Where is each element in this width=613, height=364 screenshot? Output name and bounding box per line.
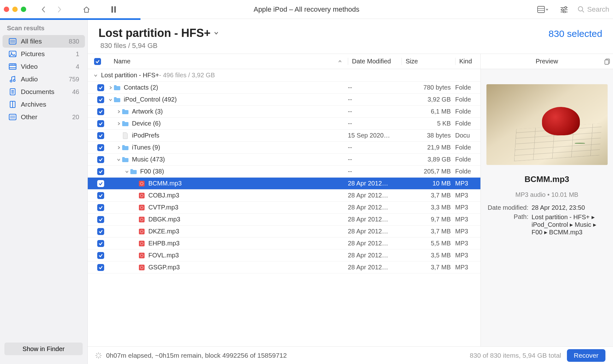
sidebar-item-audio[interactable]: Audio759 [3,73,85,85]
sidebar-item-all-files[interactable]: All files830 [3,35,85,48]
zoom-window-button[interactable] [21,7,26,12]
file-row[interactable]: Device (6)--5 KBFolde [88,118,480,130]
chevron-down-icon [93,73,98,78]
chevron-right-icon[interactable] [116,146,122,150]
file-icon [122,132,129,139]
window-controls [4,7,26,12]
file-row[interactable]: DBGK.mp328 Apr 2012…9,7 MBMP3 [88,214,480,226]
pictures-icon [8,50,17,57]
file-table: Name Date Modified Size Kind [88,54,480,346]
file-name: EHPB.mp3 [148,240,180,247]
copy-icon[interactable] [604,58,610,65]
home-button[interactable] [81,4,92,15]
file-row[interactable]: Artwork (3)--6,1 MBFolde [88,106,480,118]
back-button[interactable] [38,4,49,15]
pause-scan-button[interactable] [108,4,119,15]
group-meta: - 496 files / 3,92 GB [159,72,215,79]
row-checkbox[interactable] [97,240,104,247]
file-size: 3,89 GB [402,156,455,163]
chevron-right-icon[interactable] [116,122,122,126]
row-checkbox[interactable] [97,168,104,175]
row-checkbox[interactable] [97,156,104,163]
close-window-button[interactable] [4,7,9,12]
row-checkbox[interactable] [97,144,104,151]
file-row[interactable]: BCMM.mp328 Apr 2012…10 MBMP3 [88,178,480,190]
svg-rect-14 [10,40,15,43]
row-checkbox[interactable] [97,84,104,91]
file-size: 3,7 MB [402,264,455,271]
svg-rect-2 [538,6,545,13]
row-checkbox[interactable] [97,120,104,127]
sidebar-header: Scan results [0,25,87,35]
file-date: 28 Apr 2012… [348,180,402,187]
file-row[interactable]: EHPB.mp328 Apr 2012…5,5 MBMP3 [88,238,480,250]
recover-button[interactable]: Recover [567,349,605,362]
row-checkbox[interactable] [97,192,104,199]
file-row[interactable]: CVTP.mp328 Apr 2012…3,3 MBMP3 [88,202,480,214]
file-row[interactable]: COBJ.mp328 Apr 2012…3,7 MBMP3 [88,190,480,202]
file-row[interactable]: FOVL.mp328 Apr 2012…3,5 MBMP3 [88,250,480,261]
sidebar-item-label: Audio [21,75,69,83]
chevron-right-icon[interactable] [116,110,122,114]
search-box[interactable]: Search [578,5,609,14]
row-checkbox[interactable] [97,252,104,259]
filter-settings-button[interactable] [559,4,569,15]
column-kind[interactable]: Kind [455,58,480,65]
file-row[interactable]: DKZE.mp328 Apr 2012…3,7 MBMP3 [88,226,480,238]
row-checkbox[interactable] [97,228,104,235]
preview-date-label: Date modified: [486,204,528,211]
minimize-window-button[interactable] [12,7,18,12]
row-checkbox[interactable] [97,108,104,115]
search-placeholder: Search [587,5,609,14]
file-name: Music (473) [132,156,165,163]
column-name[interactable]: Name [107,58,348,65]
group-row[interactable]: Lost partition - HFS+ - 496 files / 3,92… [88,69,480,82]
column-size[interactable]: Size [402,58,455,65]
file-date: 28 Apr 2012… [348,264,402,271]
file-row[interactable]: iPodPrefs15 Sep 2020…38 bytesDocu [88,130,480,142]
folder-icon [122,120,129,127]
file-size: 3,7 MB [402,228,455,235]
row-checkbox[interactable] [97,180,104,187]
show-in-finder-button[interactable]: Show in Finder [4,343,83,355]
sidebar-item-pictures[interactable]: Pictures1 [3,48,85,60]
sidebar-item-documents[interactable]: Documents46 [3,85,85,98]
file-date: -- [348,168,402,175]
file-size: 3,5 MB [402,252,455,259]
view-mode-button[interactable] [537,4,548,15]
file-row[interactable]: iTunes (9)--21,9 MBFolde [88,142,480,154]
file-row[interactable]: Contacts (2)--780 bytesFolde [88,82,480,94]
file-size: 5,5 MB [402,240,455,247]
sidebar-item-other[interactable]: Other20 [3,111,85,123]
sidebar-item-video[interactable]: Video4 [3,60,85,73]
chevron-down-icon[interactable] [107,98,114,102]
sidebar-item-count: 20 [72,114,79,121]
sidebar-item-archives[interactable]: Archives [3,98,85,111]
forward-button[interactable] [54,4,65,15]
selected-count[interactable]: 830 selected [549,28,602,39]
file-row[interactable]: GSGP.mp328 Apr 2012…3,7 MBMP3 [88,261,480,273]
scan-status: 0h07m elapsed, ~0h15m remain, block 4992… [106,352,287,359]
chevron-down-icon[interactable] [124,170,130,173]
file-row[interactable]: Music (473)--3,89 GBFolde [88,154,480,166]
select-all-checkbox[interactable] [94,58,101,65]
file-row[interactable]: iPod_Control (492)--3,92 GBFolde [88,94,480,106]
row-checkbox[interactable] [97,132,104,139]
row-checkbox[interactable] [97,204,104,211]
partition-title[interactable]: Lost partition - HFS+ [98,26,219,40]
search-icon [578,6,585,13]
footer: 0h07m elapsed, ~0h15m remain, block 4992… [88,346,613,364]
sidebar-item-label: Video [21,63,76,70]
file-name: COBJ.mp3 [148,192,179,199]
column-date[interactable]: Date Modified [348,58,402,65]
file-name: DKZE.mp3 [148,228,179,235]
chevron-down-icon[interactable] [116,158,122,161]
row-checkbox[interactable] [97,264,104,271]
file-row[interactable]: F00 (38)--205,7 MBFolde [88,166,480,178]
chevron-right-icon[interactable] [107,86,114,90]
spinner-icon [95,352,102,359]
file-kind: Folde [455,168,480,175]
svg-rect-34 [605,60,609,64]
row-checkbox[interactable] [97,96,104,103]
row-checkbox[interactable] [97,216,104,223]
